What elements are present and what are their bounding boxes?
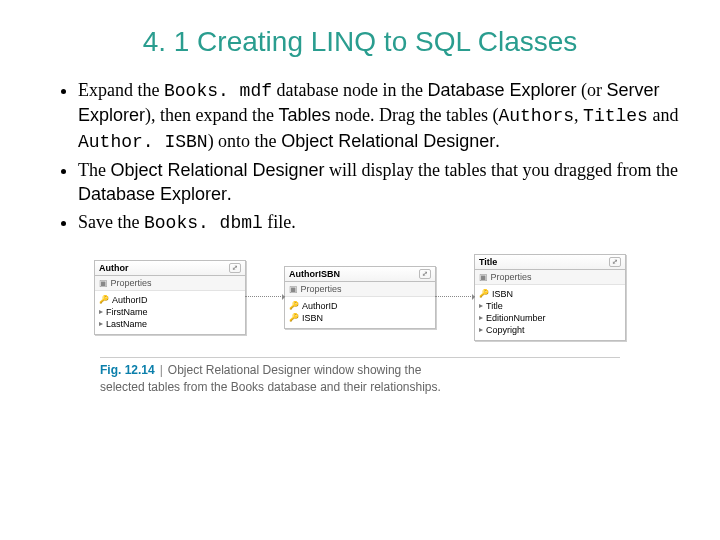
field-name: FirstName bbox=[106, 307, 148, 317]
properties-section: Properties bbox=[475, 270, 625, 285]
key-icon: 🔑 bbox=[479, 289, 489, 298]
field-row: ▸LastName bbox=[99, 318, 241, 330]
entity-author: Author ⤢ Properties 🔑AuthorID ▸FirstName… bbox=[94, 260, 246, 335]
text: , bbox=[574, 105, 583, 125]
caption-line: selected tables from the Books database … bbox=[100, 380, 441, 394]
list-item: The Object Relational Designer will disp… bbox=[78, 158, 680, 207]
field-icon: ▸ bbox=[479, 301, 483, 310]
entity-name: AuthorISBN bbox=[289, 269, 340, 279]
text: (or bbox=[577, 80, 607, 100]
entity-title: Title ⤢ Properties 🔑ISBN ▸Title ▸Edition… bbox=[474, 254, 626, 341]
pin-icon: ⤢ bbox=[609, 257, 621, 267]
code: Books. mdf bbox=[164, 81, 272, 101]
text: . bbox=[495, 131, 500, 151]
field-row: 🔑AuthorID bbox=[289, 300, 431, 312]
fields: 🔑ISBN ▸Title ▸EditionNumber ▸Copyright bbox=[475, 285, 625, 340]
entity-header: Author ⤢ bbox=[95, 261, 245, 276]
entity-header: Title ⤢ bbox=[475, 255, 625, 270]
code: Authors bbox=[498, 106, 574, 126]
text: ) onto the bbox=[208, 131, 282, 151]
figure-caption: Fig. 12.14|Object Relational Designer wi… bbox=[100, 357, 680, 396]
key-icon: 🔑 bbox=[99, 295, 109, 304]
text: . bbox=[227, 184, 232, 204]
ui-term: Object Relational Designer bbox=[110, 160, 324, 180]
text: and bbox=[648, 105, 679, 125]
list-item: Expand the Books. mdf database node in t… bbox=[78, 78, 680, 154]
ui-term: Database Explorer bbox=[427, 80, 576, 100]
bullet-list: Expand the Books. mdf database node in t… bbox=[40, 78, 680, 236]
entity-authorisbn: AuthorISBN ⤢ Properties 🔑AuthorID 🔑ISBN bbox=[284, 266, 436, 329]
field-name: Copyright bbox=[486, 325, 525, 335]
properties-section: Properties bbox=[95, 276, 245, 291]
caption-line: Object Relational Designer window showin… bbox=[168, 363, 421, 377]
code: Author. ISBN bbox=[78, 132, 208, 152]
text: file. bbox=[263, 212, 296, 232]
text: node. Drag the tables ( bbox=[331, 105, 499, 125]
field-icon: ▸ bbox=[479, 313, 483, 322]
entity-name: Title bbox=[479, 257, 497, 267]
field-name: EditionNumber bbox=[486, 313, 546, 323]
field-row: 🔑AuthorID bbox=[99, 294, 241, 306]
fields: 🔑AuthorID 🔑ISBN bbox=[285, 297, 435, 328]
field-row: ▸EditionNumber bbox=[479, 312, 621, 324]
pin-icon: ⤢ bbox=[419, 269, 431, 279]
list-item: Save the Books. dbml file. bbox=[78, 210, 680, 235]
text: The bbox=[78, 160, 110, 180]
text: database node in the bbox=[272, 80, 427, 100]
key-icon: 🔑 bbox=[289, 301, 299, 310]
entity-name: Author bbox=[99, 263, 129, 273]
field-row: ▸Title bbox=[479, 300, 621, 312]
ui-term: Tables bbox=[278, 105, 330, 125]
ui-term: Database Explorer bbox=[78, 184, 227, 204]
field-icon: ▸ bbox=[99, 319, 103, 328]
field-icon: ▸ bbox=[99, 307, 103, 316]
fields: 🔑AuthorID ▸FirstName ▸LastName bbox=[95, 291, 245, 334]
field-name: Title bbox=[486, 301, 503, 311]
field-row: ▸FirstName bbox=[99, 306, 241, 318]
code: Books. dbml bbox=[144, 213, 263, 233]
er-diagram: Author ⤢ Properties 🔑AuthorID ▸FirstName… bbox=[80, 254, 640, 341]
divider bbox=[100, 357, 620, 358]
field-row: ▸Copyright bbox=[479, 324, 621, 336]
entity-header: AuthorISBN ⤢ bbox=[285, 267, 435, 282]
field-name: AuthorID bbox=[302, 301, 338, 311]
field-row: 🔑ISBN bbox=[479, 288, 621, 300]
field-row: 🔑ISBN bbox=[289, 312, 431, 324]
text: Save the bbox=[78, 212, 144, 232]
field-name: LastName bbox=[106, 319, 147, 329]
figure-number: Fig. 12.14 bbox=[100, 363, 155, 377]
key-icon: 🔑 bbox=[289, 313, 299, 322]
relationship-arrow bbox=[435, 296, 475, 298]
separator-bar: | bbox=[160, 363, 163, 377]
code: Titles bbox=[583, 106, 648, 126]
field-name: ISBN bbox=[302, 313, 323, 323]
field-icon: ▸ bbox=[479, 325, 483, 334]
text: ), then expand the bbox=[145, 105, 278, 125]
text: will display the tables that you dragged… bbox=[325, 160, 678, 180]
properties-section: Properties bbox=[285, 282, 435, 297]
pin-icon: ⤢ bbox=[229, 263, 241, 273]
relationship-arrow bbox=[245, 296, 285, 298]
field-name: AuthorID bbox=[112, 295, 148, 305]
ui-term: Object Relational Designer bbox=[281, 131, 495, 151]
field-name: ISBN bbox=[492, 289, 513, 299]
text: Expand the bbox=[78, 80, 164, 100]
page-title: 4. 1 Creating LINQ to SQL Classes bbox=[40, 26, 680, 58]
